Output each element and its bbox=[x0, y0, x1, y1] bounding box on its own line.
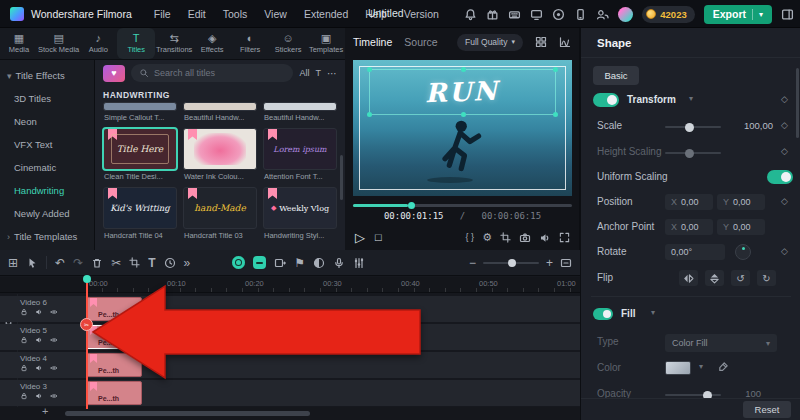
keyframe-diamond-icon[interactable]: ◇ bbox=[781, 196, 788, 206]
menu-edit[interactable]: Edit bbox=[188, 8, 206, 20]
text-filter-icon[interactable]: T bbox=[316, 68, 322, 78]
keyframe-diamond-icon[interactable]: ◇ bbox=[781, 246, 788, 256]
basic-tab[interactable]: Basic bbox=[593, 66, 639, 85]
stop-button[interactable]: □ bbox=[375, 232, 382, 243]
volume-icon[interactable] bbox=[539, 232, 551, 244]
timeline-clip[interactable]: Pe...th bbox=[86, 381, 142, 405]
sidebar-item-cinematic[interactable]: Cinematic bbox=[0, 156, 94, 179]
filter-all-dropdown[interactable]: All bbox=[299, 68, 309, 78]
timeline-clip[interactable]: Pe...th bbox=[86, 353, 142, 377]
text-selection-box[interactable]: RUN bbox=[369, 69, 556, 115]
keyboard-icon[interactable] bbox=[508, 8, 521, 21]
zoom-in-icon[interactable]: + bbox=[546, 257, 553, 269]
mask-icon[interactable] bbox=[313, 257, 325, 269]
fullscreen-icon[interactable] bbox=[559, 232, 570, 243]
uniform-scaling-toggle[interactable] bbox=[767, 170, 793, 184]
sidebar-item-title-templates[interactable]: ›Title Templates bbox=[0, 225, 94, 248]
mute-speaker-icon[interactable] bbox=[35, 308, 43, 316]
snapshot-camera-icon[interactable] bbox=[519, 232, 531, 244]
transform-handle[interactable] bbox=[553, 112, 558, 117]
menu-view[interactable]: View bbox=[264, 8, 287, 20]
voiceover-mic-icon[interactable] bbox=[333, 257, 345, 269]
notification-bell-icon[interactable] bbox=[464, 8, 477, 21]
track-lane[interactable]: Pe...th bbox=[86, 352, 580, 378]
track-lane[interactable]: Pe...th bbox=[86, 296, 580, 322]
title-thumbnail[interactable] bbox=[183, 128, 257, 170]
chevron-down-icon[interactable]: ▾ bbox=[699, 362, 703, 371]
more-tools-icon[interactable]: » bbox=[184, 257, 191, 269]
sidebar-item-3d-titles[interactable]: 3D Titles bbox=[0, 87, 94, 110]
video-preview[interactable]: RUN bbox=[353, 60, 572, 196]
tab-filters[interactable]: ◐Filters bbox=[231, 28, 269, 59]
settings-gear-icon[interactable]: ⚙ bbox=[482, 232, 492, 243]
title-thumbnail[interactable] bbox=[183, 102, 257, 111]
sidebar-item-newly-added[interactable]: Newly Added bbox=[0, 202, 94, 225]
rotate-ccw-icon[interactable]: ↺ bbox=[731, 270, 750, 286]
title-thumbnail[interactable]: ◆ Weekly Vlog bbox=[263, 187, 337, 229]
fill-toggle[interactable] bbox=[593, 308, 613, 320]
eyedropper-icon[interactable] bbox=[717, 361, 729, 373]
keyframe-diamond-icon[interactable]: ◇ bbox=[781, 120, 788, 130]
crop-preview-icon[interactable] bbox=[500, 232, 511, 243]
lock-icon[interactable] bbox=[20, 364, 28, 372]
mute-speaker-icon[interactable] bbox=[35, 336, 43, 344]
play-button[interactable]: ▷ bbox=[355, 231, 365, 244]
tab-templates[interactable]: ▣Templates bbox=[307, 28, 345, 59]
playback-progress-bar[interactable] bbox=[353, 204, 572, 207]
media-browser-icon[interactable]: ⊞ bbox=[8, 257, 18, 269]
mute-speaker-icon[interactable] bbox=[35, 392, 43, 400]
playhead-marker[interactable] bbox=[83, 275, 91, 283]
playhead-split-handle[interactable]: ✂ bbox=[80, 318, 93, 331]
sidebar-item-handwriting[interactable]: Handwriting bbox=[0, 179, 94, 202]
hide-eye-icon[interactable] bbox=[50, 392, 58, 400]
hide-eye-icon[interactable] bbox=[50, 364, 58, 372]
sidebar-item-title-effects[interactable]: ▾Title Effects bbox=[0, 64, 94, 87]
mute-speaker-icon[interactable] bbox=[35, 364, 43, 372]
menu-file[interactable]: File bbox=[154, 8, 171, 20]
rotate-field[interactable]: 0,00° bbox=[665, 244, 725, 260]
transform-toggle[interactable] bbox=[593, 93, 619, 107]
title-thumbnail[interactable]: Kid's Writting bbox=[103, 187, 177, 229]
timeline-clip[interactable]: Pe...th bbox=[86, 297, 142, 321]
flip-horizontal-icon[interactable] bbox=[679, 270, 698, 286]
tab-media[interactable]: ▦Media bbox=[0, 28, 38, 59]
gift-icon[interactable] bbox=[486, 8, 499, 21]
export-button[interactable]: Export ▾ bbox=[704, 5, 772, 24]
preview-render-icon[interactable] bbox=[232, 256, 245, 269]
scale-slider[interactable] bbox=[665, 126, 721, 128]
panel-layout-icon[interactable] bbox=[781, 8, 794, 21]
marker-flag-icon[interactable]: ⚑ bbox=[294, 257, 305, 269]
chevron-down-icon[interactable]: ▾ bbox=[651, 308, 655, 317]
anchor-y-field[interactable]: Y0,00 bbox=[717, 219, 765, 235]
tab-stickers[interactable]: ☺Stickers bbox=[269, 28, 307, 59]
fill-type-dropdown[interactable]: Color Fill ▾ bbox=[665, 334, 777, 352]
zoom-out-icon[interactable]: − bbox=[469, 257, 476, 269]
add-track-button[interactable]: + bbox=[42, 405, 48, 417]
scale-value[interactable]: 100,00 bbox=[727, 120, 773, 131]
tab-timeline-preview[interactable]: Timeline bbox=[353, 36, 392, 48]
more-options-icon[interactable]: ⋯ bbox=[327, 68, 337, 79]
transform-handle[interactable] bbox=[461, 67, 466, 72]
sidebar-item-vfx-text[interactable]: VFX Text bbox=[0, 133, 94, 156]
reset-button[interactable]: Reset bbox=[743, 401, 791, 418]
undo-icon[interactable]: ↶ bbox=[55, 257, 65, 269]
split-scissors-icon[interactable]: ✂ bbox=[111, 257, 121, 269]
title-thumbnail[interactable] bbox=[103, 102, 177, 111]
lock-icon[interactable] bbox=[20, 392, 28, 400]
lock-icon[interactable] bbox=[20, 336, 28, 344]
menu-tools[interactable]: Tools bbox=[223, 8, 248, 20]
fit-timeline-icon[interactable] bbox=[560, 257, 572, 269]
tab-effects[interactable]: ◈Effects bbox=[193, 28, 231, 59]
coins-badge[interactable]: 42023 bbox=[642, 6, 694, 23]
menu-extended[interactable]: Extended bbox=[304, 8, 348, 20]
layout-grid-icon[interactable] bbox=[535, 36, 547, 48]
display-cast-icon[interactable] bbox=[530, 8, 543, 21]
timeline-horizontal-scrollbar[interactable] bbox=[65, 411, 310, 416]
tab-source-preview[interactable]: Source bbox=[404, 36, 437, 48]
timeline-zoom-slider[interactable] bbox=[483, 262, 539, 264]
overlay-title-text[interactable]: RUN bbox=[425, 76, 500, 109]
inspector-scrollbar[interactable] bbox=[796, 68, 799, 138]
tab-audio[interactable]: ♪Audio bbox=[79, 28, 117, 59]
rotate-cw-icon[interactable]: ↻ bbox=[757, 270, 776, 286]
hide-eye-icon[interactable] bbox=[50, 336, 58, 344]
